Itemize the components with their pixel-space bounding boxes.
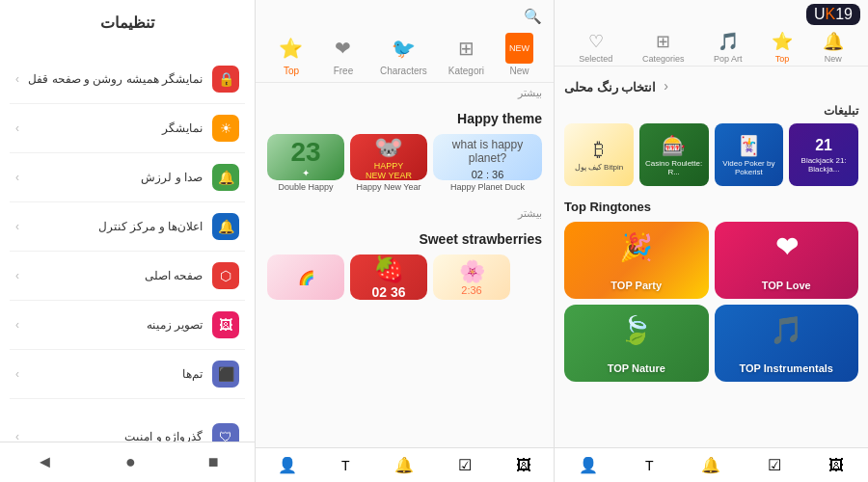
theme-store-tabs: ⭐ Top ❤ Free 🐦 Characters ⊞ Kategori NEW… — [256, 29, 554, 83]
top-tab-icon: ⭐ — [276, 33, 307, 64]
theme-label-double-happy: Double Happy — [267, 180, 344, 196]
home-label: صفحه اصلی — [145, 269, 203, 282]
section1-title: Happy theme — [457, 111, 542, 126]
settings-item-notifications[interactable]: ‹ 🔔 اعلان‌ها و مرکز کنترل — [10, 202, 245, 252]
tab-top-ringtones[interactable]: ⭐ Top — [772, 31, 793, 64]
new-label: New — [825, 54, 842, 64]
back-chevron[interactable]: ‹ — [664, 78, 668, 94]
home-button[interactable]: ● — [125, 452, 136, 472]
section1-more[interactable]: بیشتر — [518, 87, 542, 99]
tab-new[interactable]: NEW New — [505, 33, 533, 76]
bitpin-icon: ₿ — [594, 139, 604, 161]
tab-top[interactable]: ⭐ Top — [276, 33, 307, 76]
settings-item-themes[interactable]: ‹ ⬛ تم‌ها — [10, 350, 245, 399]
p3-nav-bell[interactable]: 🔔 — [701, 456, 720, 474]
theme-card-strawberry[interactable]: 🍓 02 36 — [350, 254, 427, 300]
p2-nav-check[interactable]: ☑ — [458, 456, 472, 474]
kategori-tab-icon: ⊞ — [450, 33, 481, 64]
logo-k: K — [826, 6, 836, 23]
section2-nav: بیشتر — [256, 203, 554, 224]
p3-nav-image[interactable]: 🖼 — [828, 457, 844, 474]
tab-categories[interactable]: ⊞ Categories — [642, 31, 685, 64]
back-button[interactable]: ◄ — [36, 452, 53, 472]
settings-item-display-lock[interactable]: ‹ 🔒 نمایشگر همیشه روشن و صفحه قفل — [10, 55, 245, 104]
settings-item-sound[interactable]: ‹ 🔔 صدا و لرزش — [10, 153, 245, 202]
tab-selected[interactable]: ♡ Selected — [579, 31, 612, 64]
theme-store-panel: 🔍 ⭐ Top ❤ Free 🐦 Characters ⊞ Kategori N… — [256, 0, 555, 482]
p2-nav-image[interactable]: 🖼 — [516, 457, 531, 474]
settings-item-wallpaper[interactable]: ‹ 🖼 تصویر زمینه — [10, 301, 245, 350]
search-icon[interactable]: 🔍 — [524, 8, 542, 25]
settings-item-display[interactable]: ‹ ☀ نمایشگر — [10, 104, 245, 153]
ad-bitpin[interactable]: ₿ کیف پول Bitpin — [564, 123, 634, 186]
blackjack-icon: 21 — [815, 137, 832, 154]
ad-casino[interactable]: 🎰 Casino Roulette: R... — [639, 123, 709, 186]
pop-art-icon: 🎵 — [718, 31, 739, 52]
free-tab-label: Free — [334, 66, 354, 76]
categories-icon: ⊞ — [656, 31, 670, 52]
ringtone-love-label: TOP Love — [762, 280, 811, 291]
theme-card-happy-new-year[interactable]: 🐭 HAPPYNEW YEAR Happy New Year — [350, 134, 427, 196]
ringtones-bottom-nav: 👤 T 🔔 ☑ 🖼 — [555, 447, 868, 482]
tab-characters[interactable]: 🐦 Characters — [380, 33, 427, 76]
settings-group-2: ‹ 🛡 گذرواژه و امنیت ‹ ⚠ ایمنی و شرایط اض… — [10, 413, 245, 442]
new-tab-label: New — [510, 66, 529, 76]
ringtone-party[interactable]: 🎉 TOP Party — [564, 222, 709, 299]
ad-blackjack[interactable]: 21 Blackjack 21: Blackja... — [789, 123, 858, 186]
section1-nav: بیشتر — [256, 83, 554, 103]
ringtones-topbar: 🔍 U K 19 — [555, 0, 868, 27]
ringtone-love[interactable]: ❤ TOP Love — [715, 222, 859, 299]
section2-more[interactable]: بیشتر — [518, 207, 542, 220]
p2-nav-bell[interactable]: 🔔 — [394, 456, 414, 474]
section1-header: Happy theme — [256, 103, 554, 130]
chevron-icon: ‹ — [15, 318, 19, 332]
p3-nav-person[interactable]: 👤 — [579, 456, 598, 474]
p2-nav-person[interactable]: 👤 — [278, 456, 297, 474]
tab-new-ringtones[interactable]: 🔔 New — [823, 31, 844, 64]
section2-title: Sweet strawberries — [419, 231, 542, 247]
chevron-icon: ‹ — [15, 367, 19, 381]
ringtones-panel: 🔍 U K 19 ♡ Selected ⊞ Categories 🎵 Pop A… — [555, 0, 868, 482]
themes-icon: ⬛ — [212, 361, 239, 388]
theme-row-2: 🌈 🍓 02 36 🌸 2:36 — [256, 251, 554, 308]
ringtone-instrumental[interactable]: 🎵 TOP Instrumentals — [715, 305, 859, 382]
blackjack-label: Blackjack 21: Blackja... — [789, 156, 858, 174]
ringtone-nature[interactable]: 🍃 TOP Nature — [564, 305, 709, 382]
ad-poker[interactable]: 🃏 Video Poker by Pokerist — [715, 123, 784, 186]
ringtones-grid: 🎉 TOP Party ❤ TOP Love 🍃 TOP Nature 🎵 TO… — [564, 222, 858, 382]
free-tab-icon: ❤ — [328, 33, 359, 64]
settings-item-security[interactable]: ‹ 🛡 گذرواژه و امنیت — [10, 413, 245, 442]
casino-icon: 🎰 — [662, 134, 686, 157]
theme-card-pink[interactable]: 🌈 — [267, 254, 344, 300]
theme-card-peach[interactable]: 🌸 2:36 — [433, 254, 510, 300]
p2-nav-text[interactable]: T — [341, 458, 350, 473]
theme-label-happy-new-year: Happy New Year — [350, 180, 427, 196]
top-icon: ⭐ — [772, 31, 793, 52]
logo-u: U — [814, 6, 826, 23]
theme-label-happy-planet-duck: Happy Planet Duck — [433, 180, 542, 196]
poker-label: Video Poker by Pokerist — [715, 159, 784, 176]
display-lock-icon: 🔒 — [212, 66, 239, 93]
theme-card-double-happy[interactable]: 23 ✦ Double Happy — [267, 134, 344, 196]
pop-art-label: Pop Art — [714, 54, 743, 64]
p3-nav-text[interactable]: T — [645, 458, 654, 473]
section2-header: Sweet strawberries — [256, 224, 554, 251]
sound-icon: 🔔 — [212, 164, 239, 191]
settings-item-home[interactable]: ‹ ⬡ صفحه اصلی — [10, 252, 245, 301]
security-icon: 🛡 — [212, 423, 239, 442]
settings-group-1: ‹ 🔒 نمایشگر همیشه روشن و صفحه قفل ‹ ☀ نم… — [10, 55, 245, 399]
theme-store-bottom-nav: 👤 T 🔔 ☑ 🖼 — [256, 447, 554, 482]
top-label: Top — [775, 54, 790, 64]
theme-card-happy-planet-duck[interactable]: what is happy planet? 02 : 36 Happy Plan… — [433, 134, 542, 196]
recents-button[interactable]: ■ — [208, 452, 219, 472]
ringtones-page-header: انتخاب رنگ محلی — [564, 72, 656, 98]
p3-nav-check[interactable]: ☑ — [768, 456, 781, 474]
casino-label: Casino Roulette: R... — [639, 159, 709, 176]
kategori-tab-label: Kategori — [448, 66, 484, 76]
new-icon: 🔔 — [823, 31, 844, 52]
logo-num: 19 — [835, 6, 853, 23]
selected-label: Selected — [579, 54, 612, 64]
tab-free[interactable]: ❤ Free — [328, 33, 359, 76]
tab-pop-art[interactable]: 🎵 Pop Art — [714, 31, 743, 64]
tab-kategori[interactable]: ⊞ Kategori — [448, 33, 484, 76]
